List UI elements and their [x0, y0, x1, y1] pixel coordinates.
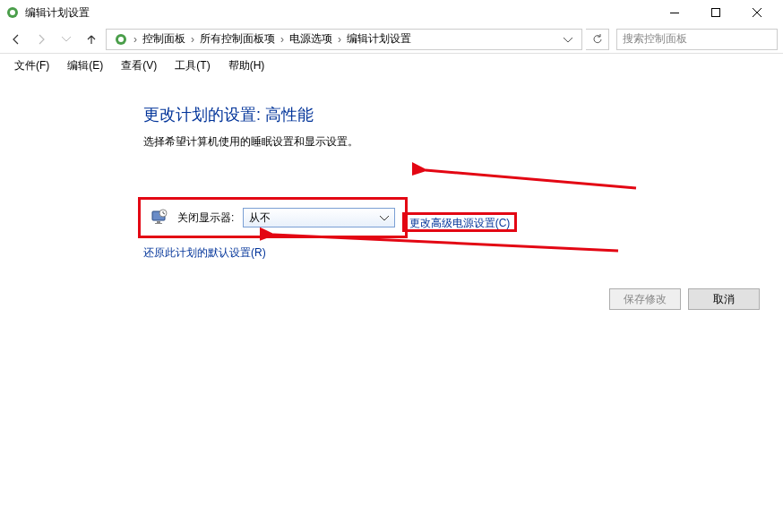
chevron-right-icon: ›	[189, 33, 196, 46]
address-bar[interactable]: › 控制面板 › 所有控制面板项 › 电源选项 › 编辑计划设置	[106, 29, 582, 50]
close-button[interactable]	[736, 0, 778, 25]
page-subtitle: 选择希望计算机使用的睡眠设置和显示设置。	[143, 134, 783, 150]
navbar: › 控制面板 › 所有控制面板项 › 电源选项 › 编辑计划设置 搜索控制面板	[0, 25, 783, 54]
chevron-right-icon: ›	[132, 33, 139, 46]
dropdown-value: 从不	[249, 210, 271, 226]
svg-rect-9	[157, 221, 160, 223]
cancel-button[interactable]: 取消	[688, 288, 760, 310]
svg-rect-10	[155, 223, 162, 224]
save-button[interactable]: 保存修改	[609, 288, 681, 310]
svg-rect-2	[670, 13, 679, 13]
svg-rect-3	[712, 9, 720, 17]
minimize-button[interactable]	[654, 0, 695, 25]
turn-off-display-dropdown[interactable]: 从不	[243, 208, 395, 227]
svg-point-7	[118, 37, 124, 42]
control-panel-icon	[114, 32, 128, 47]
menu-edit[interactable]: 编辑(E)	[58, 55, 112, 77]
monitor-icon	[151, 209, 168, 227]
page-heading: 更改计划的设置: 高性能	[143, 104, 783, 125]
forward-button[interactable]	[30, 29, 52, 50]
menu-tools[interactable]: 工具(T)	[166, 55, 219, 77]
content-area: 更改计划的设置: 高性能 选择希望计算机使用的睡眠设置和显示设置。 关闭显示器:…	[0, 77, 783, 261]
restore-defaults-link[interactable]: 还原此计划的默认设置(R)	[143, 245, 783, 261]
advanced-power-settings-link[interactable]: 更改高级电源设置(C)	[406, 214, 514, 233]
window-title: 编辑计划设置	[25, 5, 654, 21]
app-icon	[5, 5, 20, 20]
refresh-button[interactable]	[586, 29, 609, 50]
recent-dropdown[interactable]	[56, 29, 77, 50]
turn-off-display-row: 关闭显示器: 从不	[143, 202, 402, 233]
breadcrumb-item[interactable]: 控制面板	[139, 31, 189, 47]
menu-file[interactable]: 文件(F)	[5, 55, 58, 77]
menu-view[interactable]: 查看(V)	[112, 55, 166, 77]
breadcrumb-item[interactable]: 电源选项	[286, 31, 336, 47]
menu-help[interactable]: 帮助(H)	[219, 55, 274, 77]
dialog-buttons: 保存修改 取消	[609, 288, 760, 310]
chevron-down-icon	[380, 211, 389, 224]
search-placeholder: 搜索控制面板	[623, 31, 687, 47]
turn-off-display-label: 关闭显示器:	[177, 210, 234, 226]
search-input[interactable]: 搜索控制面板	[616, 29, 778, 50]
up-button[interactable]	[81, 29, 102, 50]
breadcrumb-item[interactable]: 所有控制面板项	[196, 31, 279, 47]
titlebar: 编辑计划设置	[0, 0, 783, 25]
maximize-button[interactable]	[695, 0, 736, 25]
menubar: 文件(F) 编辑(E) 查看(V) 工具(T) 帮助(H)	[0, 54, 783, 77]
svg-point-1	[10, 10, 15, 15]
chevron-right-icon: ›	[336, 33, 343, 46]
breadcrumb-item[interactable]: 编辑计划设置	[343, 31, 415, 47]
chevron-right-icon: ›	[279, 33, 286, 46]
chevron-down-icon[interactable]	[558, 33, 578, 46]
back-button[interactable]	[5, 29, 27, 50]
